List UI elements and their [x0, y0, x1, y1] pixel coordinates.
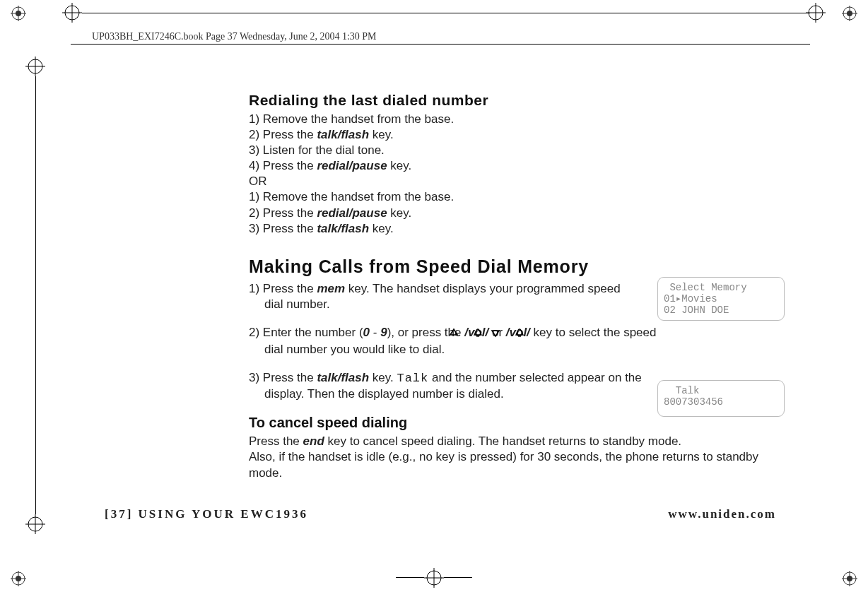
lcd-line: 8007303456: [664, 396, 778, 408]
crop-crosshair-icon: [62, 3, 82, 23]
paragraph: Press the end key to cancel speed dialin…: [249, 434, 772, 449]
text: -: [370, 326, 380, 339]
key-name: mem: [317, 282, 345, 295]
step: 1) Press the mem key. The handset displa…: [249, 281, 639, 312]
step: 1) Remove the handset from the base.: [249, 112, 772, 127]
text: 1) Press the: [249, 282, 317, 295]
key-digit: 9: [380, 326, 387, 339]
step: 3) Listen for the dial tone.: [249, 143, 772, 158]
step: 2) Press the redial/pause key.: [249, 206, 772, 221]
lcd-line: Talk: [664, 385, 778, 396]
display-word: Talk: [397, 372, 428, 385]
key-name: talk/flash: [317, 371, 369, 384]
page-content: Redialing the last dialed number 1) Remo…: [249, 92, 772, 481]
step: 1) Remove the handset from the base.: [249, 189, 772, 205]
lcd-display: Select Memory 01▸Movies 02 JOHN DOE: [657, 277, 785, 321]
text: 4) Press the: [249, 159, 317, 172]
step: 3) Press the talk/flash key.: [249, 221, 772, 237]
text: 2) Enter the number (: [249, 326, 363, 339]
crop-crosshair-icon: [25, 514, 45, 534]
key-digit: 0: [363, 326, 370, 339]
lcd-line: Select Memory: [664, 282, 778, 293]
key-name: redial/pause: [317, 159, 387, 172]
crop-target-icon: [11, 6, 26, 21]
text: key.: [387, 159, 412, 172]
text: key.: [369, 371, 397, 384]
text: key.: [369, 128, 394, 141]
footer-page-section: [37] USING YOUR EWC1936: [105, 507, 308, 521]
lcd-line: 02 JOHN DOE: [664, 304, 778, 316]
key-name: talk/flash: [317, 222, 369, 235]
crop-line: [82, 13, 810, 13]
step: 2) Press the talk/flash key.: [249, 127, 772, 143]
text: 2) Press the: [249, 206, 317, 220]
footer-url: www.uniden.com: [668, 507, 776, 521]
header-rule: [71, 44, 810, 45]
step: 3) Press the talk/flash key. Talk and th…: [249, 370, 646, 402]
text: 3) Press the: [249, 222, 317, 235]
paragraph: Also, if the handset is idle (e.g., no k…: [249, 449, 772, 480]
crop-crosshair-icon: [424, 568, 444, 588]
page-footer: [37] USING YOUR EWC1936 www.uniden.com: [105, 507, 776, 521]
crop-target-icon: [842, 571, 857, 586]
heading-speed-dial: Making Calls from Speed Dial Memory: [249, 256, 772, 277]
crop-line: [444, 577, 472, 578]
crop-target-icon: [842, 6, 857, 21]
lcd-line: 01▸Movies: [664, 293, 778, 304]
running-header: UP033BH_EXI7246C.book Page 37 Wednesday,…: [92, 31, 377, 42]
crop-line: [396, 577, 424, 578]
heading-redialing: Redialing the last dialed number: [249, 92, 772, 109]
text: Press the: [249, 434, 303, 448]
crop-crosshair-icon: [806, 3, 826, 23]
crop-target-icon: [11, 571, 26, 586]
lcd-display: Talk 8007303456: [657, 380, 785, 417]
key-name: redial/pause: [317, 206, 387, 220]
heading-cancel-speed-dial: To cancel speed dialing: [249, 415, 772, 431]
step: 2) Enter the number (0 - 9), or press th…: [249, 325, 660, 357]
text: 3) Press the: [249, 371, 317, 384]
text: key.: [369, 222, 394, 235]
text: key to cancel speed dialing. The handset…: [324, 434, 681, 448]
crop-line: [35, 76, 36, 514]
step: 4) Press the redial/pause key.: [249, 158, 772, 174]
text: 2) Press the: [249, 128, 317, 141]
key-name: talk/flash: [317, 128, 369, 141]
crop-crosshair-icon: [25, 57, 45, 76]
text: key.: [387, 206, 412, 220]
key-name: end: [303, 434, 324, 448]
or-separator: OR: [249, 174, 772, 189]
